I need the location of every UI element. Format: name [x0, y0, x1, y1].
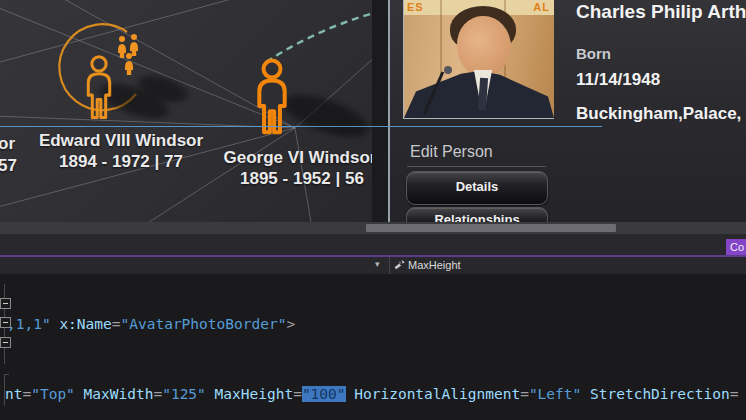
person-icon-edward[interactable]: [82, 55, 116, 121]
pane-gap: [372, 0, 388, 222]
member-dropdown-label[interactable]: MaxHeight: [408, 259, 461, 271]
birth-place: Buckingham,Palace,: [576, 104, 746, 124]
photo-banner-text: ES: [407, 1, 424, 13]
children-group-icon: [118, 34, 138, 75]
details-button[interactable]: Details: [406, 171, 548, 205]
fold-marker[interactable]: [0, 298, 11, 309]
clipped-person-years: 57: [0, 156, 17, 176]
person-years-edward: 1894 - 1972 | 77: [33, 152, 209, 172]
avatar-photo[interactable]: ES AL: [403, 0, 554, 119]
edit-person-title: Edit Person: [410, 143, 493, 161]
code-editor[interactable]: ,1,1" x:Name="AvatarPhotoBorder">nt="Top…: [0, 274, 746, 420]
person-icon-george[interactable]: [253, 55, 291, 140]
editor-navigation-bar: ▾ MaxHeight: [0, 257, 746, 274]
window-chrome-strip: Co: [0, 234, 746, 255]
family-tree-app: or 57 Edward VIII Windsor 1894 - 1972 | …: [0, 0, 746, 222]
clipped-person-name: or: [0, 134, 15, 154]
edit-section-divider: [407, 166, 546, 167]
microphone-tip: [444, 66, 452, 74]
code-line-1[interactable]: ,1,1" x:Name="AvatarPhotoBorder">: [7, 315, 295, 334]
chevron-down-icon[interactable]: ▾: [375, 259, 380, 269]
code-line-2[interactable]: nt="Top" MaxWidth="125" MaxHeight="100" …: [5, 385, 738, 404]
navbar-divider: [389, 257, 390, 274]
person-detail-panel: ES AL Charles Philip Arthu Born 11/14/19…: [390, 0, 746, 222]
relationships-button[interactable]: Relationships: [406, 207, 548, 222]
scrollbar-thumb[interactable]: [366, 224, 616, 232]
horizontal-scrollbar[interactable]: [0, 222, 746, 234]
designer-guideline: [0, 126, 602, 127]
family-tree-canvas[interactable]: or 57 Edward VIII Windsor 1894 - 1972 | …: [0, 0, 372, 222]
person-name-edward[interactable]: Edward VIII Windsor: [33, 131, 209, 151]
born-label: Born: [576, 45, 611, 62]
born-date: 11/14/1948: [576, 70, 660, 90]
fold-marker[interactable]: [0, 337, 11, 348]
wrench-icon: [394, 259, 405, 271]
selected-person-name: Charles Philip Arthu: [576, 1, 746, 23]
person-years-george: 1895 - 1952 | 56: [240, 169, 372, 189]
screenshot-root: or 57 Edward VIII Windsor 1894 - 1972 | …: [0, 0, 746, 420]
photo-banner-text: AL: [533, 1, 550, 13]
person-name-george[interactable]: George VI Windsor: [222, 148, 372, 168]
portrait-face: [457, 16, 511, 76]
clipped-purple-badge[interactable]: Co: [726, 239, 746, 256]
fold-gutter-tick: [4, 374, 9, 375]
